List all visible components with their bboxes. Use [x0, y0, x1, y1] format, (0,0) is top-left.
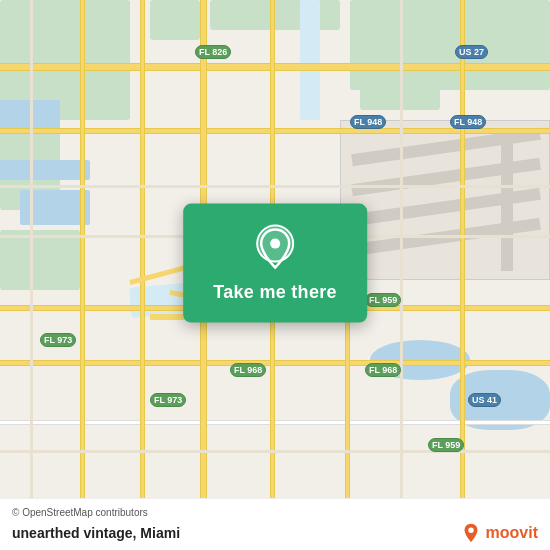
moovit-pin-icon: [460, 522, 482, 544]
location-pin-icon: [251, 224, 299, 272]
label-fl968b: FL 968: [365, 363, 401, 377]
road-minor-1: [0, 185, 550, 188]
road-v5: [460, 0, 465, 550]
moovit-text: moovit: [486, 524, 538, 542]
park-area-5: [210, 0, 340, 30]
svg-point-2: [468, 528, 474, 534]
label-fl948a: FL 948: [350, 115, 386, 129]
label-fl968a: FL 968: [230, 363, 266, 377]
canal-2: [300, 0, 320, 120]
label-fl948b: FL 948: [450, 115, 486, 129]
label-fl959: FL 959: [365, 293, 401, 307]
road-minor-v1: [30, 0, 33, 550]
bottom-bar: © OpenStreetMap contributors unearthed v…: [0, 498, 550, 550]
water-2: [0, 160, 90, 180]
label-fl959b: FL 959: [428, 438, 464, 452]
label-fl973b: FL 973: [150, 393, 186, 407]
label-us27: US 27: [455, 45, 488, 59]
park-area-2: [150, 0, 200, 40]
road-minor-v2: [400, 0, 403, 550]
moovit-logo: moovit: [460, 522, 538, 544]
label-fl826: FL 826: [195, 45, 231, 59]
popup-card[interactable]: Take me there: [183, 204, 367, 323]
map-container: FL 826 FL 948 FL 948 US 27 FL 969 FL 959…: [0, 0, 550, 550]
road-v3: [80, 0, 85, 550]
airport-area: [340, 120, 550, 280]
location-name: unearthed vintage, Miami: [12, 525, 180, 541]
osm-attribution: © OpenStreetMap contributors: [12, 507, 538, 518]
road-minor-3: [0, 450, 550, 453]
park-area-7: [0, 230, 80, 290]
take-me-there-button[interactable]: Take me there: [213, 282, 337, 303]
label-fl973: FL 973: [40, 333, 76, 347]
svg-point-1: [270, 239, 280, 249]
label-us41: US 41: [468, 393, 501, 407]
